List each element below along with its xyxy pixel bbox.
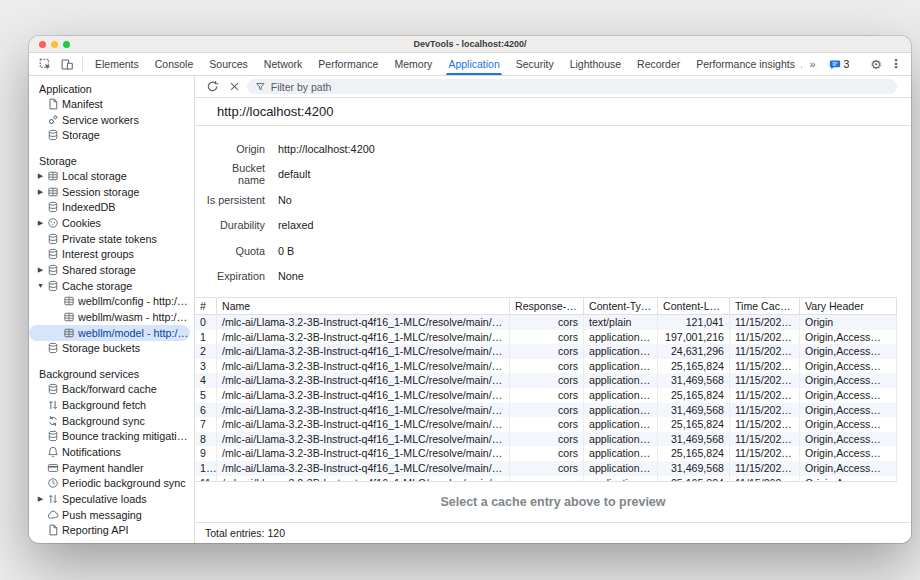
column-header--[interactable]: # [195, 298, 217, 315]
sidebar-item-payment-handler[interactable]: Payment handler [29, 460, 190, 476]
settings-gear-icon[interactable]: ⚙ [864, 57, 888, 72]
minimize-window-button[interactable] [51, 41, 58, 48]
sidebar-section-title: Background services [29, 365, 194, 381]
chevron-down-icon[interactable]: ▼ [34, 282, 47, 289]
sidebar-item-indexeddb[interactable]: IndexedDB [29, 199, 190, 215]
table-row[interactable]: 0/mlc-ai/Llama-3.2-3B-Instruct-q4f16_1-M… [195, 315, 897, 330]
table-row[interactable]: 3/mlc-ai/Llama-3.2-3B-Instruct-q4f16_1-M… [195, 359, 897, 374]
sidebar-item-webllm-wasm-http-loca[interactable]: webllm/wasm - http://loca… [29, 309, 190, 325]
tab-elements[interactable]: Elements [87, 53, 147, 75]
detail-value: http://localhost:4200 [278, 143, 375, 155]
chevron-right-icon[interactable]: ▶ [34, 172, 47, 180]
tab-application[interactable]: Application [440, 53, 507, 75]
table-row[interactable]: 8/mlc-ai/Llama-3.2-3B-Instruct-q4f16_1-M… [195, 432, 897, 447]
cell-name: /mlc-ai/Llama-3.2-3B-Instruct-q4f16_1-ML… [217, 432, 510, 447]
refresh-icon[interactable] [203, 80, 222, 93]
column-header-content-length[interactable]: Content-Length [658, 298, 730, 315]
sidebar-item-service-workers[interactable]: Service workers [29, 112, 190, 128]
sidebar-item-speculative-loads[interactable]: ▶Speculative loads [29, 491, 190, 507]
tab-network[interactable]: Network [256, 53, 311, 75]
tab-recorder[interactable]: Recorder [629, 53, 688, 75]
traffic-lights [39, 41, 70, 48]
cloud-icon [47, 509, 62, 521]
cell-content-length: 25,165,824 [658, 388, 730, 403]
table-row[interactable]: 4/mlc-ai/Llama-3.2-3B-Instruct-q4f16_1-M… [195, 373, 897, 388]
column-header-vary-header[interactable]: Vary Header [800, 298, 897, 315]
tab-memory[interactable]: Memory [386, 53, 440, 75]
table-row[interactable]: 9/mlc-ai/Llama-3.2-3B-Instruct-q4f16_1-M… [195, 446, 897, 461]
detail-value: default [278, 168, 310, 180]
cell-num: 10 [195, 461, 217, 476]
sidebar-item-cache-storage[interactable]: ▼Cache storage [29, 278, 190, 294]
sidebar-item-webllm-model-http-loc[interactable]: webllm/model - http://loc… [29, 325, 190, 341]
sidebar-item-cookies[interactable]: ▶Cookies [29, 215, 190, 231]
sidebar-item-bounce-tracking-mitigations[interactable]: Bounce tracking mitigations [29, 428, 190, 444]
tab-security[interactable]: Security [508, 53, 562, 75]
chevron-right-icon[interactable]: ▶ [34, 188, 47, 196]
chevron-right-icon[interactable]: ▶ [34, 266, 47, 274]
filter-input[interactable] [271, 81, 889, 93]
sidebar-item-storage[interactable]: Storage [29, 127, 190, 143]
inspect-element-icon[interactable] [35, 53, 56, 75]
tab-lighthouse[interactable]: Lighthouse [562, 53, 629, 75]
sidebar-item-periodic-background-sync[interactable]: Periodic background sync [29, 475, 190, 491]
sidebar-item-back-forward-cache[interactable]: Back/forward cache [29, 381, 190, 397]
sidebar-item-manifest[interactable]: Manifest [29, 96, 190, 112]
column-header-name[interactable]: Name [217, 298, 510, 315]
bell-icon [47, 446, 62, 458]
sidebar-item-shared-storage[interactable]: ▶Shared storage [29, 262, 190, 278]
column-header-response-type[interactable]: Response-Type [510, 298, 584, 315]
table-icon [47, 170, 62, 182]
sidebar-item-private-state-tokens[interactable]: Private state tokens [29, 231, 190, 247]
table-row[interactable]: 5/mlc-ai/Llama-3.2-3B-Instruct-q4f16_1-M… [195, 388, 897, 403]
issues-counter[interactable]: 3 [823, 58, 856, 70]
zoom-window-button[interactable] [63, 41, 70, 48]
database-icon [47, 430, 62, 442]
table-row[interactable]: 2/mlc-ai/Llama-3.2-3B-Instruct-q4f16_1-M… [195, 344, 897, 359]
clear-icon[interactable] [226, 81, 243, 92]
table-row[interactable]: 7/mlc-ai/Llama-3.2-3B-Instruct-q4f16_1-M… [195, 417, 897, 432]
sidebar-item-push-messaging[interactable]: Push messaging [29, 507, 190, 523]
detail-label: Durability [203, 219, 265, 231]
tab-console[interactable]: Console [147, 53, 202, 75]
cell-content-length: 25,165,824 [658, 417, 730, 432]
table-row[interactable]: 10/mlc-ai/Llama-3.2-3B-Instruct-q4f16_1-… [195, 461, 897, 476]
cell-response-type: cors [510, 373, 584, 388]
tab-performance-insights[interactable]: Performance insights [688, 53, 802, 75]
column-header-content-type[interactable]: Content-Type [584, 298, 658, 315]
close-window-button[interactable] [39, 41, 46, 48]
table-row[interactable]: 1/mlc-ai/Llama-3.2-3B-Instruct-q4f16_1-M… [195, 330, 897, 345]
tab-sources[interactable]: Sources [201, 53, 256, 75]
sidebar-item-background-fetch[interactable]: Background fetch [29, 397, 190, 413]
sidebar-item-label: Speculative loads [62, 493, 147, 505]
sidebar-item-label: Notifications [62, 446, 121, 458]
cell-name: /mlc-ai/Llama-3.2-3B-Instruct-q4f16_1-ML… [217, 403, 510, 418]
database-icon [47, 264, 62, 276]
window-titlebar[interactable]: DevTools - localhost:4200/ [29, 36, 911, 53]
cell-num: 4 [195, 373, 217, 388]
sidebar-item-reporting-api[interactable]: Reporting API [29, 523, 190, 539]
chevron-right-icon[interactable]: ▶ [34, 495, 47, 503]
cell-time-cached: 11/15/2024, 10… [730, 330, 800, 345]
more-tabs-icon[interactable]: » [802, 58, 822, 70]
sidebar-item-session-storage[interactable]: ▶Session storage [29, 184, 190, 200]
table-row[interactable]: 11/mlc-ai/Llama-3.2-3B-Instruct-q4f16_1-… [195, 476, 897, 481]
sidebar-item-background-sync[interactable]: Background sync [29, 413, 190, 429]
tab-performance[interactable]: Performance [310, 53, 386, 75]
sidebar-item-local-storage[interactable]: ▶Local storage [29, 168, 190, 184]
column-header-time-cached[interactable]: Time Cached [730, 298, 800, 315]
sidebar-item-webllm-config-http-loc[interactable]: webllm/config - http://loc… [29, 294, 190, 310]
sidebar-item-storage-buckets[interactable]: Storage buckets [29, 341, 190, 357]
cell-num: 2 [195, 344, 217, 359]
cell-time-cached: 11/15/2024, 10… [730, 432, 800, 447]
sidebar-item-interest-groups[interactable]: Interest groups [29, 247, 190, 263]
kebab-menu-icon[interactable]: ⋮ [888, 57, 907, 71]
sidebar-item-notifications[interactable]: Notifications [29, 444, 190, 460]
chevron-right-icon[interactable]: ▶ [34, 219, 47, 227]
tab-label: Performance insights [696, 58, 795, 70]
device-toolbar-icon[interactable] [56, 53, 78, 75]
table-row[interactable]: 6/mlc-ai/Llama-3.2-3B-Instruct-q4f16_1-M… [195, 403, 897, 418]
cell-content-length: 25,165,824 [658, 476, 730, 481]
sidebar-item-label: IndexedDB [62, 201, 115, 213]
filter-bar[interactable] [247, 79, 897, 94]
